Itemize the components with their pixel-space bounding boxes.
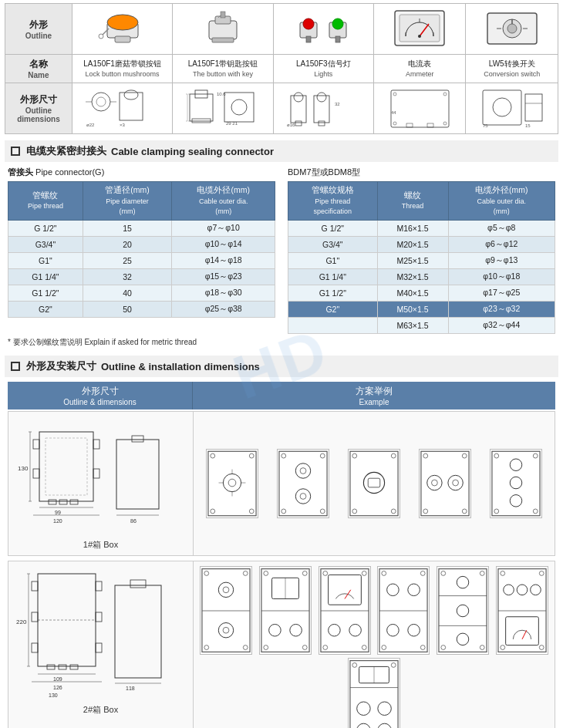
svg-rect-126 xyxy=(492,451,540,515)
svg-rect-73 xyxy=(93,469,99,478)
box1-row: 130 99 120 86 1#箱 Box xyxy=(8,411,555,556)
bdm-table-cell: M32×1.5 xyxy=(377,269,448,285)
footnote: * 要求公制螺纹需说明 Explain if asked for metric … xyxy=(8,337,555,348)
svg-rect-61 xyxy=(427,123,433,127)
pipe-table-cell: φ18～φ30 xyxy=(172,285,275,302)
svg-rect-70 xyxy=(33,440,39,449)
svg-point-57 xyxy=(443,93,447,96)
bdm-table-cell: φ23～φ32 xyxy=(448,302,555,318)
svg-text:99: 99 xyxy=(55,510,61,515)
svg-rect-101 xyxy=(279,451,327,515)
section-square-icon xyxy=(11,147,20,156)
svg-point-223 xyxy=(357,702,370,715)
svg-rect-144 xyxy=(70,665,78,669)
pipe-table-cell: G1 1/2" xyxy=(8,285,83,302)
svg-text:15: 15 xyxy=(525,123,531,128)
svg-rect-33 xyxy=(120,93,143,120)
svg-point-162 xyxy=(219,623,234,638)
svg-point-99 xyxy=(211,509,215,514)
svg-rect-90 xyxy=(208,451,256,515)
bdm-table-cell: M16×1.5 xyxy=(377,221,448,237)
svg-point-64 xyxy=(493,98,511,116)
svg-point-163 xyxy=(223,627,229,633)
svg-point-186 xyxy=(322,645,327,650)
dim-mushroom: ø22 ×3 xyxy=(72,83,172,134)
pipe-table-cell: G3/4" xyxy=(8,237,83,253)
svg-point-105 xyxy=(300,494,306,500)
svg-point-119 xyxy=(432,480,438,486)
svg-point-113 xyxy=(352,453,357,458)
svg-point-183 xyxy=(349,624,361,636)
svg-point-107 xyxy=(320,453,325,458)
svg-rect-51 xyxy=(314,96,329,123)
svg-point-45 xyxy=(231,99,247,115)
svg-point-11 xyxy=(303,19,314,29)
svg-point-100 xyxy=(249,509,254,514)
pipe-table-cell: φ7～φ10 xyxy=(172,221,275,237)
pipe-table-cell: φ25～φ38 xyxy=(172,302,275,318)
cable-section-header: 电缆夹紧密封接头 Cable clamping sealing connecto… xyxy=(5,140,558,162)
name-mushroom: LA150F1磨菇带锁按钮 Lock button mushrooms xyxy=(72,55,172,83)
svg-point-25 xyxy=(507,24,517,33)
svg-rect-63 xyxy=(483,90,521,125)
svg-point-128 xyxy=(510,477,522,489)
svg-text:130: 130 xyxy=(18,465,29,472)
svg-point-177 xyxy=(302,645,307,650)
pipe-table-cell: 50 xyxy=(83,302,172,318)
svg-point-227 xyxy=(352,663,357,668)
dim-ammeter: 44 xyxy=(373,83,466,134)
svg-point-175 xyxy=(302,571,307,576)
svg-point-109 xyxy=(320,509,325,514)
svg-point-103 xyxy=(300,468,306,474)
svg-point-121 xyxy=(453,480,459,486)
svg-text:44: 44 xyxy=(391,110,396,115)
svg-rect-78 xyxy=(116,440,159,509)
svg-text:×3: ×3 xyxy=(120,123,126,127)
outline-label: 外形 Outline xyxy=(5,4,72,55)
box2-outline: 220 109 126 118 130 2#箱 Box xyxy=(8,561,194,728)
svg-rect-143 xyxy=(59,665,66,669)
svg-text:126: 126 xyxy=(53,685,62,690)
svg-point-115 xyxy=(352,509,357,514)
pipe-connector-label: 管接头 Pipe connector(G) xyxy=(8,167,275,178)
svg-point-114 xyxy=(391,453,396,458)
svg-point-190 xyxy=(387,584,399,596)
pipe-connector-table: 管螺纹Pipe thread 管通径(mm)Pipe diameter(mm) … xyxy=(8,181,275,318)
svg-rect-158 xyxy=(202,569,250,652)
svg-point-161 xyxy=(223,587,229,593)
svg-text:32: 32 xyxy=(335,102,340,106)
svg-rect-213 xyxy=(505,617,538,645)
svg-point-215 xyxy=(500,571,504,576)
svg-rect-135 xyxy=(32,581,38,591)
box1-outline: 130 99 120 86 1#箱 Box xyxy=(8,412,194,555)
bdm-table-cell: G2" xyxy=(288,302,378,318)
svg-rect-75 xyxy=(49,500,56,504)
product-img-light xyxy=(273,4,373,55)
svg-point-48 xyxy=(294,93,303,102)
product-img-key xyxy=(173,4,273,55)
pipe-connector-block: 管接头 Pipe connector(G) 管螺纹Pipe thread 管通径… xyxy=(8,167,275,318)
pipe-table-cell: 40 xyxy=(83,285,172,302)
name-ammeter: 电流表 Ammeter xyxy=(373,55,466,83)
svg-point-203 xyxy=(457,633,469,645)
svg-point-184 xyxy=(322,571,327,576)
connector-section: 管接头 Pipe connector(G) 管螺纹Pipe thread 管通径… xyxy=(5,167,558,348)
svg-rect-53 xyxy=(319,121,325,126)
svg-text:220: 220 xyxy=(16,618,27,625)
bdm-table-cell: φ10～φ18 xyxy=(448,269,555,285)
svg-point-116 xyxy=(391,509,396,514)
svg-point-122 xyxy=(423,453,428,458)
svg-text:29  21: 29 21 xyxy=(226,121,238,126)
svg-text:130: 130 xyxy=(49,693,58,698)
svg-point-91 xyxy=(223,474,241,491)
pipe-diameter-header: 管通径(mm)Pipe diameter(mm) xyxy=(83,182,172,221)
svg-point-201 xyxy=(457,576,469,588)
svg-point-204 xyxy=(441,571,446,576)
svg-point-104 xyxy=(295,489,310,504)
svg-rect-145 xyxy=(115,585,161,678)
bdm-table-cell: φ17～φ25 xyxy=(448,285,555,302)
svg-text:109: 109 xyxy=(53,676,62,682)
name-light: LA150F3信号灯 Lights xyxy=(273,55,373,83)
outline-right-header: 方案举例 Example xyxy=(193,382,555,410)
svg-line-181 xyxy=(345,590,351,599)
